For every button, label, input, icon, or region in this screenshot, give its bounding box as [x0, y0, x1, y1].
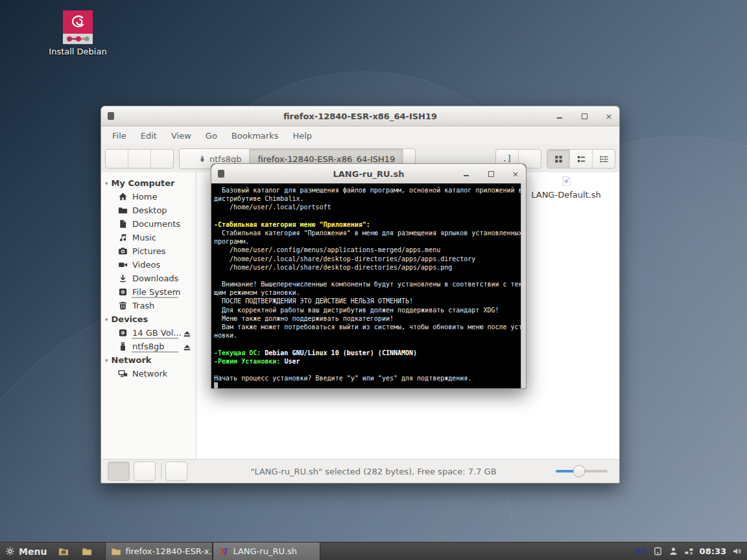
taskbar-window-firefox-12840-esr-x-[interactable]: firefox-12840-ESR-x... [105, 542, 213, 560]
terminal-line: -Режим Установки: User [214, 357, 526, 366]
sidebar-section-my-computer[interactable]: ▾My Computer [101, 176, 196, 190]
window-icon [108, 112, 114, 120]
camera-icon [118, 246, 128, 256]
sidebar-item-label: Network [132, 369, 167, 379]
network-disconnected-icon[interactable] [684, 546, 694, 556]
file-label: LANG-Default.sh [530, 190, 602, 200]
sidebar-item-label: Downloads [132, 274, 178, 283]
back-button[interactable] [106, 150, 128, 168]
terminal-line [214, 366, 526, 374]
video-icon [118, 260, 128, 270]
path-scroll-left[interactable] [180, 149, 191, 169]
folder-icon [82, 546, 92, 557]
keyboard-layout-indicator[interactable]: EN [635, 547, 646, 556]
sidebar-item-videos[interactable]: Videos [101, 258, 196, 272]
nav-button-group [105, 149, 174, 169]
menu-bookmarks[interactable]: Bookmarks [226, 129, 285, 143]
sidebar-item-ntfs8gb[interactable]: ntfs8gb [101, 340, 196, 353]
menu-button[interactable]: Menu [0, 546, 52, 557]
places-toggle-button[interactable] [108, 461, 130, 481]
sidebar-item-pictures[interactable]: Pictures [101, 244, 196, 258]
up-button[interactable] [151, 150, 173, 168]
zoom-slider[interactable] [556, 470, 608, 472]
removable-drive-icon[interactable] [653, 546, 663, 556]
terminal-line [214, 340, 526, 348]
terminal-scrollbar[interactable] [521, 183, 526, 388]
terminal-titlebar[interactable]: LANG-ru_RU.sh × [211, 164, 526, 184]
sidebar-item-home[interactable]: Home [101, 190, 196, 204]
sidebar-item-14-gb-vol-[interactable]: 14 GB Vol... [101, 326, 196, 340]
hide-sidebar-button[interactable] [165, 461, 187, 481]
download-icon [118, 274, 128, 283]
file-manager-title: firefox-12840-ESR-x86_64-ISH19 [140, 111, 580, 121]
minimize-icon[interactable] [556, 112, 563, 120]
terminal-output[interactable]: Базовый каталог для размещения файлов пр… [211, 183, 526, 388]
eject-button[interactable] [182, 342, 192, 352]
close-icon[interactable]: × [512, 170, 519, 178]
disk-usage-bar [132, 297, 178, 298]
terminal-line [214, 212, 526, 220]
sidebar-section-network[interactable]: ▾Network [101, 353, 196, 367]
taskbar-window-lang-ru-ru-sh[interactable]: XTLANG-ru_RU.sh [213, 542, 320, 560]
disk-icon [118, 328, 128, 338]
minimize-icon[interactable] [462, 170, 470, 178]
icon-view-button[interactable] [547, 150, 570, 168]
speaker-icon[interactable] [732, 546, 742, 556]
menu-view[interactable]: View [165, 129, 197, 143]
terminal-window: LANG-ru_RU.sh × Базовый каталог для разм… [211, 163, 527, 389]
terminal-cursor [214, 382, 218, 388]
sidebar-item-music[interactable]: Music [101, 231, 196, 244]
collapse-triangle-icon[interactable]: ▾ [105, 180, 108, 187]
maximize-icon[interactable] [487, 170, 495, 178]
sidebar-item-network[interactable]: Network [101, 367, 196, 380]
window-list: firefox-12840-ESR-x...XTLANG-ru_RU.sh [105, 542, 320, 560]
file-manager-titlebar[interactable]: firefox-12840-ESR-x86_64-ISH19 × [101, 106, 619, 126]
menu-go[interactable]: Go [200, 129, 223, 143]
shell-script-icon [562, 176, 571, 186]
file-manager-launcher[interactable] [78, 544, 95, 559]
compact-view-button[interactable] [593, 150, 615, 168]
menu-file[interactable]: File [106, 129, 132, 143]
eject-button[interactable] [182, 329, 192, 338]
collapse-triangle-icon[interactable]: ▾ [105, 316, 108, 323]
desktop-icon-label: Install Debian [47, 47, 109, 56]
document-icon [118, 219, 128, 229]
desktop-icon-install-debian[interactable]: Install Debian [47, 10, 109, 56]
icon-view-icon [554, 154, 563, 164]
menu-bar: FileEditViewGoBookmarksHelp [101, 126, 619, 145]
user-icon[interactable] [669, 546, 678, 556]
sidebar-item-label: Home [132, 192, 157, 202]
usb-icon [118, 342, 128, 351]
sidebar-item-trash[interactable]: Trash [101, 299, 196, 312]
disk-icon [118, 287, 128, 297]
window-icon [218, 170, 224, 178]
sidebar-item-label: 14 GB Vol... [132, 328, 182, 338]
menu-edit[interactable]: Edit [135, 129, 163, 143]
breadcrumb-label: firefox-12840-ESR-x86_64-ISH19 [257, 154, 395, 164]
sidebar-item-label: ntfs8gb [132, 342, 164, 351]
list-view-button[interactable] [570, 150, 593, 168]
clock[interactable]: 08:33 [700, 546, 726, 556]
gear-icon [5, 546, 15, 556]
sidebar-item-documents[interactable]: Documents [101, 217, 196, 231]
maximize-icon[interactable] [580, 112, 588, 120]
sidebar-item-file-system[interactable]: File System [101, 285, 196, 299]
terminal-line: программ. [214, 237, 526, 246]
folder-beige-icon [111, 546, 121, 557]
view-toggle-group [547, 149, 615, 169]
sidebar-section-devices[interactable]: ▾Devices [101, 312, 196, 326]
sidebar-item-desktop[interactable]: Desktop [101, 204, 196, 217]
sidebar-item-downloads[interactable]: Downloads [101, 272, 196, 285]
file-LANG-Default.sh[interactable]: LANG-Default.sh [530, 176, 602, 200]
terminal-line: -Стабильная категория меню "Приложения": [214, 220, 526, 229]
show-desktop-launcher[interactable]: [D] [55, 544, 72, 559]
terminal-line [214, 272, 526, 280]
collapse-triangle-icon[interactable]: ▾ [105, 357, 108, 364]
svg-text:T: T [222, 547, 229, 556]
menu-help[interactable]: Help [287, 129, 318, 143]
zoom-slider-handle[interactable] [573, 465, 586, 478]
forward-button[interactable] [128, 150, 151, 168]
sidebar-item-label: Documents [132, 219, 180, 229]
close-icon[interactable]: × [605, 112, 613, 120]
treeview-toggle-button[interactable] [134, 461, 156, 481]
